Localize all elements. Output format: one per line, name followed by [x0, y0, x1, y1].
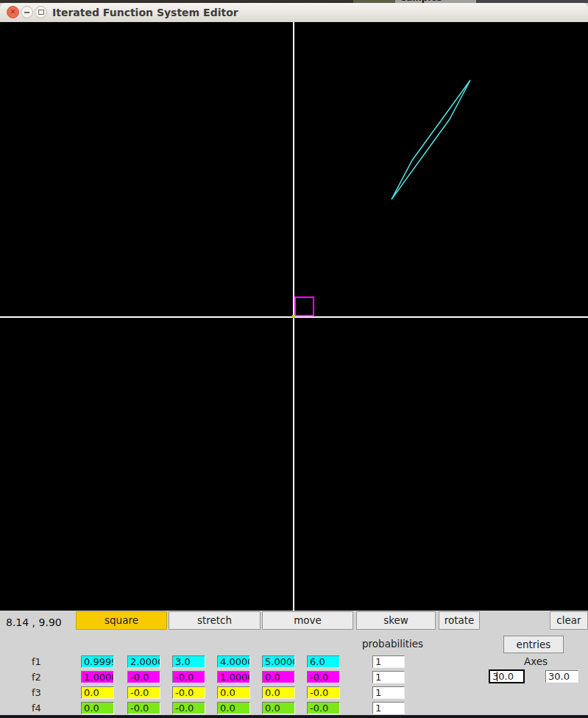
clear-button[interactable]: clear	[550, 611, 588, 630]
probability-entry-f2[interactable]: 1	[372, 671, 405, 683]
text-cursor	[497, 672, 497, 681]
matrix-entry-f2-1[interactable]: 1.00000	[81, 671, 114, 683]
matrix-entry-f1-5[interactable]: 5.00000	[262, 655, 295, 668]
maximize-icon[interactable]	[35, 6, 47, 18]
transformed-square-outline	[392, 80, 470, 199]
matrix-entry-f1-1[interactable]: 0.99999	[81, 655, 114, 668]
axes-y-input[interactable]: 30.0	[545, 670, 578, 683]
probability-entry-f1[interactable]: 1	[372, 655, 405, 668]
rotate-tool-button[interactable]: rotate	[439, 611, 480, 630]
entries-button[interactable]: entries	[503, 636, 564, 653]
background-window-bottom-edge	[0, 715, 588, 718]
matrix-entry-f2-3[interactable]: -0.0	[172, 671, 205, 683]
skew-tool-button[interactable]: skew	[356, 611, 436, 630]
axes-x-input[interactable]: 30.0	[489, 669, 525, 683]
close-icon[interactable]	[7, 6, 19, 18]
matrix-entry-f4-1[interactable]: 0.0	[81, 702, 114, 714]
function-row-label-f2: f2	[32, 672, 46, 683]
matrix-entry-f2-2[interactable]: -0.0	[127, 671, 160, 683]
matrix-entry-f3-1[interactable]: 0.0	[81, 686, 114, 699]
matrix-entry-f3-2[interactable]: -0.0	[127, 686, 160, 699]
window-title: Iterated Function System Editor	[52, 3, 238, 22]
matrix-entry-f4-4[interactable]: 0.0	[217, 702, 250, 714]
probability-entry-f4[interactable]: 1	[372, 702, 405, 714]
matrix-entry-f1-3[interactable]: 3.0	[172, 655, 205, 668]
cursor-coordinates: 8.14 , 9.90	[6, 616, 62, 628]
matrix-entry-f4-3[interactable]: -0.0	[172, 702, 205, 714]
matrix-entry-f2-6[interactable]: -0.0	[307, 671, 340, 683]
matrix-entry-f3-5[interactable]: 0.0	[262, 686, 295, 699]
drawing-canvas[interactable]	[0, 22, 588, 611]
titlebar[interactable]: Iterated Function System Editor	[0, 3, 588, 22]
function-row-label-f4: f4	[32, 703, 46, 714]
function-row-label-f1: f1	[32, 656, 46, 667]
matrix-entry-f3-4[interactable]: 0.0	[217, 686, 250, 699]
probability-entry-f3[interactable]: 1	[372, 686, 405, 699]
matrix-entry-f1-4[interactable]: 4.00000	[217, 655, 250, 668]
matrix-entry-f4-5[interactable]: 0.0	[262, 702, 295, 714]
matrix-entry-f2-5[interactable]: 0.0	[262, 671, 295, 683]
probabilities-label: probabilities	[362, 638, 423, 650]
square-tool-button[interactable]: square	[76, 611, 167, 630]
matrix-entry-f4-2[interactable]: -0.0	[127, 702, 160, 714]
ifs-editor-window: samples Iterated Function System Editor …	[0, 0, 588, 718]
matrix-entry-f1-2[interactable]: 2.00000	[127, 655, 160, 668]
stretch-tool-button[interactable]: stretch	[169, 611, 261, 630]
axes-label: Axes	[524, 655, 548, 667]
move-tool-button[interactable]: move	[262, 611, 353, 630]
minimize-icon[interactable]	[21, 6, 33, 18]
function-row-label-f3: f3	[32, 687, 46, 698]
origin-marker	[292, 315, 295, 318]
matrix-entry-f1-6[interactable]: 6.0	[307, 655, 340, 668]
matrix-entry-f3-6[interactable]: -0.0	[307, 686, 340, 699]
matrix-entry-f4-6[interactable]: -0.0	[307, 702, 340, 714]
unit-square-handle[interactable]	[294, 296, 314, 316]
matrix-entry-f2-4[interactable]: 1.00000	[217, 671, 250, 683]
matrix-entry-f3-3[interactable]: -0.0	[172, 686, 205, 699]
